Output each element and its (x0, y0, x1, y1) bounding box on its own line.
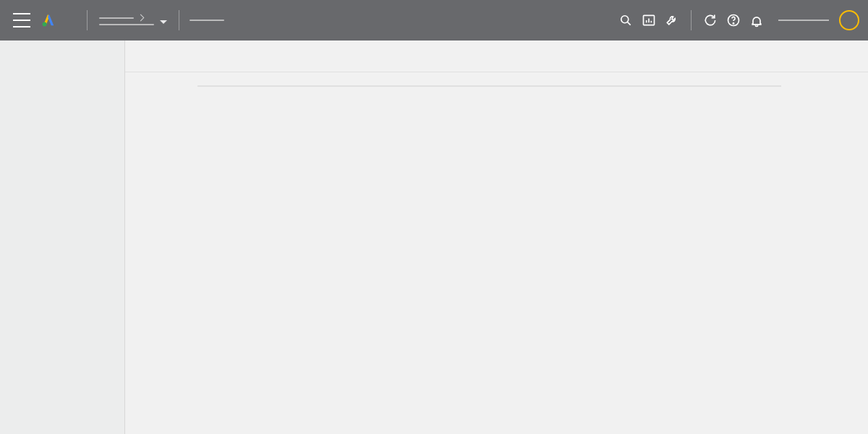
left-sidebar (0, 41, 125, 434)
account-selector[interactable] (95, 15, 171, 25)
breadcrumb-bar (125, 41, 868, 72)
divider (691, 10, 692, 30)
google-ads-logo[interactable] (41, 12, 64, 28)
top-header (0, 0, 868, 41)
refresh-icon[interactable] (699, 9, 722, 32)
search-icon[interactable] (614, 9, 637, 32)
account-email-placeholder (778, 20, 829, 21)
help-icon[interactable] (722, 9, 745, 32)
content-area (125, 41, 868, 434)
menu-icon[interactable] (13, 13, 30, 27)
dropdown-icon (160, 20, 167, 24)
campaign-selector[interactable] (190, 20, 224, 21)
logo-icon (41, 12, 56, 28)
svg-point-1 (621, 16, 629, 23)
sidebar-item-settings[interactable] (0, 64, 124, 77)
divider (87, 10, 88, 30)
notifications-icon[interactable] (745, 9, 768, 32)
settings-panel (197, 85, 781, 87)
svg-point-0 (43, 22, 47, 27)
svg-line-2 (628, 22, 631, 25)
avatar[interactable] (839, 10, 859, 30)
svg-point-8 (733, 23, 733, 24)
divider (179, 10, 179, 30)
reports-icon[interactable] (637, 9, 660, 32)
tools-icon[interactable] (660, 9, 684, 32)
